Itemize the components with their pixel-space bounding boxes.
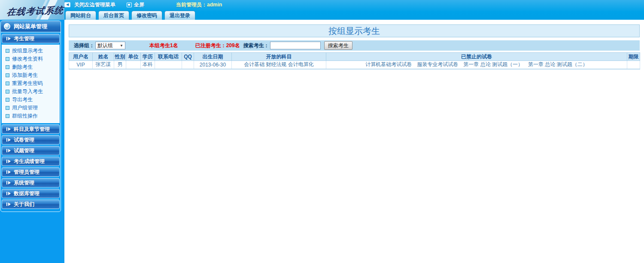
column-header: 学历 (141, 53, 155, 61)
column-header: 单位 (126, 53, 141, 61)
column-header: 期限 (627, 53, 640, 61)
table-cell (155, 61, 182, 69)
sidebar-section-label: 管理员管理 (14, 169, 39, 176)
sidebar-header: 网站菜单管理 (1, 21, 61, 33)
play-icon (6, 127, 11, 131)
table-cell: VIP (69, 61, 93, 69)
table-cell: 会计基础 财经法规 会计电算化 (232, 61, 326, 69)
header-tabs: 网站前台后台首页修改密码退出登录 (65, 11, 195, 20)
sidebar-item[interactable]: 重置考生密码 (6, 79, 60, 88)
page-title: 按组显示考生 (328, 25, 380, 37)
caret-down-icon: ▼ (120, 44, 123, 48)
square-icon (6, 90, 9, 94)
square-icon (6, 106, 9, 110)
sidebar-item[interactable]: 删除考生 (6, 63, 60, 71)
sidebar-section[interactable]: 数据库管理 (2, 189, 60, 198)
table-cell: 2013-06-30 (194, 61, 232, 69)
sidebar-section-examinee-management[interactable]: 考生管理 (2, 34, 60, 43)
play-icon (6, 149, 11, 152)
left-arrow-icon: ◀ (64, 2, 70, 7)
header: 在线考试系统 ◀ 关闭左边管理菜单 全屏 当前管理员：admin 网站前台后台首… (0, 0, 644, 20)
play-icon (6, 203, 11, 206)
search-button[interactable]: 搜索考生 (324, 41, 352, 50)
fullscreen-icon (127, 3, 132, 7)
sidebar-section-label: 数据库管理 (14, 190, 39, 197)
table-cell: 本科 (141, 61, 155, 69)
header-tab[interactable]: 网站前台 (65, 11, 96, 20)
table-row: VIP张艺谋男本科2013-06-30会计基础 财经法规 会计电算化计算机基础考… (69, 61, 640, 69)
table-cell: 男 (114, 61, 126, 69)
registered-count-stat: 已注册考生：209名 (195, 42, 240, 49)
sidebar: 网站菜单管理 考生管理 按组显示考生修改考生资料删除考生添加新考生重置考生密码批… (0, 20, 64, 263)
topbar: ◀ 关闭左边管理菜单 全屏 当前管理员：admin (64, 0, 644, 9)
sidebar-section[interactable]: 关于我们 (2, 200, 60, 209)
sidebar-item-label: 群组性操作 (12, 112, 38, 120)
sidebar-item[interactable]: 修改考生资料 (6, 55, 60, 63)
current-admin-label: 当前管理员：admin (176, 1, 222, 9)
group-count-stat: 本组考生1名 (149, 42, 178, 49)
column-header: 联系电话 (155, 53, 182, 61)
column-header: 姓名 (93, 53, 114, 61)
square-icon (6, 73, 9, 77)
sidebar-item[interactable]: 批量导入考生 (6, 88, 60, 96)
sidebar-item[interactable]: 导出考生 (6, 96, 60, 104)
sidebar-item[interactable]: 群组性操作 (6, 112, 60, 120)
square-icon (6, 98, 9, 102)
main-content: 按组显示考生 选择组： 默认组 ▼ 本组考生1名 已注册考生：209名 搜索考生… (64, 20, 644, 263)
sidebar-section-label: 试题管理 (14, 147, 34, 154)
square-icon (6, 65, 9, 69)
sidebar-sections: 科目及章节管理试卷管理试题管理考生成绩管理管理员管理系统管理数据库管理关于我们 (1, 124, 61, 209)
search-input[interactable] (270, 42, 321, 49)
column-header: 性别 (114, 53, 126, 61)
sidebar-item-label: 导出考生 (12, 96, 33, 103)
play-icon (6, 138, 11, 142)
column-header: 已禁止的试卷 (326, 53, 627, 61)
sidebar-item[interactable]: 添加新考生 (6, 71, 60, 79)
sidebar-section-label: 考生管理 (14, 35, 34, 42)
group-select[interactable]: 默认组 ▼ (95, 42, 125, 49)
play-icon (6, 37, 11, 40)
sidebar-panel: 网站菜单管理 考生管理 按组显示考生修改考生资料删除考生添加新考生重置考生密码批… (0, 21, 61, 212)
sidebar-section-label: 系统管理 (14, 179, 34, 187)
square-icon (6, 49, 9, 53)
table-header-row: 用户名姓名性别单位学历联系电话QQ出生日期开放的科目已禁止的试卷期限 (69, 53, 640, 61)
sidebar-item-label: 用户组管理 (12, 104, 38, 112)
sidebar-section[interactable]: 考生成绩管理 (2, 157, 60, 166)
globe-icon (4, 23, 10, 30)
header-tab[interactable]: 退出登录 (164, 11, 195, 20)
header-tab[interactable]: 后台首页 (98, 11, 129, 20)
table-cell (627, 61, 640, 69)
header-tab[interactable]: 修改密码 (131, 11, 162, 20)
sidebar-section[interactable]: 系统管理 (2, 178, 60, 187)
table-cell (182, 61, 194, 69)
sidebar-item[interactable]: 按组显示考生 (6, 47, 60, 55)
square-icon (6, 82, 9, 85)
sidebar-section[interactable]: 科目及章节管理 (2, 124, 60, 134)
sidebar-section-label: 试卷管理 (14, 136, 34, 144)
app-logo-text: 在线考试系统 (6, 4, 64, 18)
square-icon (6, 114, 9, 118)
column-header: 用户名 (69, 53, 93, 61)
play-icon (6, 181, 11, 184)
collapse-menu-control[interactable]: ◀ 关闭左边管理菜单 (64, 1, 115, 9)
sidebar-item-label: 按组显示考生 (12, 47, 43, 54)
table-cell (126, 61, 141, 69)
sidebar-item-label: 添加新考生 (12, 72, 38, 79)
table-cell: 张艺谋 (93, 61, 114, 69)
sidebar-item-label: 重置考生密码 (12, 80, 43, 87)
sidebar-item[interactable]: 用户组管理 (6, 104, 60, 112)
examinee-table: 用户名姓名性别单位学历联系电话QQ出生日期开放的科目已禁止的试卷期限 VIP张艺… (69, 52, 640, 70)
fullscreen-control[interactable]: 全屏 (127, 1, 144, 9)
sidebar-section[interactable]: 试卷管理 (2, 135, 60, 145)
play-icon (6, 192, 11, 195)
play-icon (6, 170, 11, 174)
sidebar-section[interactable]: 试题管理 (2, 146, 60, 155)
search-label: 搜索考生： (243, 42, 269, 49)
sidebar-section[interactable]: 管理员管理 (2, 167, 60, 177)
column-header: QQ (182, 53, 194, 61)
play-icon (6, 160, 11, 163)
sidebar-item-label: 批量导入考生 (12, 88, 43, 95)
collapse-menu-label: 关闭左边管理菜单 (74, 1, 115, 9)
fullscreen-label: 全屏 (134, 1, 144, 9)
sidebar-section-label: 考生成绩管理 (14, 158, 45, 165)
